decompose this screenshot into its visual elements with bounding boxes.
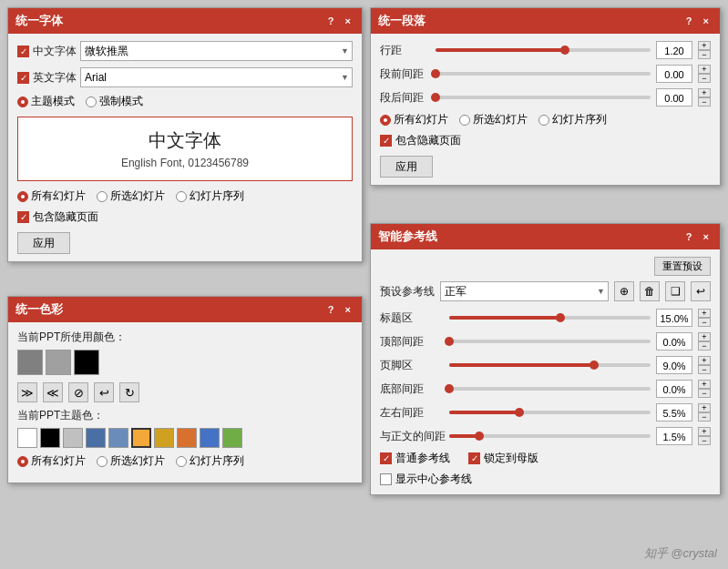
text-margin-minus[interactable]: − [698,436,711,445]
para-apply-button[interactable]: 应用 [380,156,433,178]
font-radio-all[interactable]: 所有幻灯片 [17,188,86,204]
color-action-clear[interactable]: ⊘ [68,382,88,402]
guidelines-dialog-help[interactable]: ? [682,230,696,243]
theme-mode-radio[interactable]: 主题模式 [17,94,75,109]
color-action-undo[interactable]: ↩ [94,382,114,402]
color-swatch-black[interactable] [74,350,99,375]
guideline-copy-btn[interactable]: ❑ [665,281,685,301]
line-spacing-plus[interactable]: + [698,41,711,50]
chinese-font-row: ✓ 中文字体 微软推黑 [17,41,353,61]
lr-margin-track[interactable] [449,411,651,414]
color-radio-selected[interactable]: 所选幻灯片 [97,453,165,469]
footer-area-minus[interactable]: − [698,365,711,374]
reset-preset-button[interactable]: 重置预设 [654,257,711,276]
theme-color-green[interactable] [222,428,242,448]
theme-color-gold[interactable] [154,428,174,448]
after-para-track[interactable] [436,96,651,99]
line-spacing-minus[interactable]: − [698,50,711,59]
text-margin-row: 与正文的间距 1.5% + − [380,427,711,445]
after-para-plus[interactable]: + [698,88,711,97]
theme-color-white[interactable] [17,428,37,448]
font-dialog-help[interactable]: ? [324,15,338,27]
paragraph-dialog-help[interactable]: ? [682,15,696,27]
theme-color-blue[interactable] [86,428,106,448]
color-action-redo[interactable]: ↻ [119,382,139,402]
guideline-undo-btn[interactable]: ↩ [691,281,711,301]
font-radio-selected[interactable]: 所选幻灯片 [97,188,165,204]
lr-margin-value[interactable]: 5.5% [656,403,692,422]
theme-color-black[interactable] [40,428,60,448]
title-area-plus[interactable]: + [698,309,711,318]
footer-area-track[interactable] [449,363,651,367]
lr-margin-fill [449,411,519,414]
color-swatch-lightgray[interactable] [46,350,71,375]
font-radio-sequence[interactable]: 幻灯片序列 [176,188,244,204]
lr-margin-thumb [515,408,524,417]
bottom-margin-track[interactable] [449,387,651,391]
color-swatch-gray[interactable] [17,350,43,375]
para-include-hidden[interactable]: ✓ 包含隐藏页面 [380,133,461,148]
font-apply-button[interactable]: 应用 [17,232,70,254]
english-font-checkbox[interactable]: ✓ [17,72,29,84]
top-margin-track[interactable] [449,340,651,343]
bottom-margin-plus[interactable]: + [698,380,711,389]
title-area-track[interactable] [449,316,651,320]
before-para-track[interactable] [436,72,651,76]
theme-color-orange2[interactable] [177,428,197,448]
after-para-minus[interactable]: − [698,97,711,107]
color-action-down[interactable]: ≫ [17,382,37,402]
top-margin-plus[interactable]: + [698,332,711,341]
force-mode-radio[interactable]: 强制模式 [86,94,143,109]
show-center-checkbox[interactable]: 显示中心参考线 [380,472,711,487]
theme-color-blue2[interactable] [200,428,220,448]
font-dialog-header: 统一字体 ? × [8,8,362,34]
footer-area-value[interactable]: 9.0% [656,356,692,374]
theme-color-orange[interactable] [131,428,151,448]
text-margin-track[interactable] [449,434,651,438]
text-margin-plus[interactable]: + [698,427,711,436]
text-margin-value[interactable]: 1.5% [656,427,692,445]
common-guide-checkbox[interactable]: ✓ 普通参考线 [380,451,450,466]
chinese-font-select[interactable]: 微软推黑 [80,41,353,61]
english-font-label: 英文字体 [33,70,77,86]
color-radio-all[interactable]: 所有幻灯片 [17,453,86,469]
theme-color-silver[interactable] [63,428,83,448]
before-para-value[interactable]: 0.00 [656,65,692,83]
lr-margin-plus[interactable]: + [698,403,711,412]
color-action-up[interactable]: ≪ [43,382,63,402]
line-spacing-fill [436,48,565,52]
footer-area-plus[interactable]: + [698,356,711,365]
before-para-plus[interactable]: + [698,65,711,74]
preset-select[interactable]: 正军 [440,281,609,301]
top-margin-value[interactable]: 0.0% [656,332,692,351]
chinese-font-checkbox[interactable]: ✓ [17,46,29,57]
font-include-hidden[interactable]: ✓ 包含隐藏页面 [17,209,98,225]
guideline-add-btn[interactable]: ⊕ [614,281,634,301]
line-spacing-value[interactable]: 1.20 [656,41,692,59]
theme-color-steel[interactable] [108,428,128,448]
guideline-delete-btn[interactable]: 🗑 [640,281,660,301]
english-font-select[interactable]: Arial [80,67,353,87]
para-radio-selected[interactable]: 所选幻灯片 [459,112,528,127]
lock-to-master-checkbox[interactable]: ✓ 锁定到母版 [468,451,538,466]
color-dialog-actions: ? × [324,303,354,316]
title-area-value[interactable]: 15.0% [656,309,692,327]
para-radio-sequence[interactable]: 幻灯片序列 [538,112,607,127]
line-spacing-track[interactable] [436,48,651,52]
font-dialog-close[interactable]: × [342,15,354,27]
bottom-margin-minus[interactable]: − [698,389,711,398]
after-para-plus-minus: + − [698,88,711,107]
bottom-margin-value[interactable]: 0.0% [656,380,692,398]
guidelines-dialog-close[interactable]: × [700,230,713,243]
top-margin-minus[interactable]: − [698,341,711,351]
lr-margin-minus[interactable]: − [698,412,711,422]
line-spacing-plus-minus: + − [698,41,711,59]
color-dialog-close[interactable]: × [342,303,354,316]
paragraph-dialog-close[interactable]: × [700,15,713,27]
title-area-minus[interactable]: − [698,318,711,327]
color-radio-sequence[interactable]: 幻灯片序列 [176,453,244,469]
para-radio-all[interactable]: 所有幻灯片 [380,112,448,127]
color-dialog-help[interactable]: ? [324,303,338,316]
before-para-minus[interactable]: − [698,74,711,83]
after-para-value[interactable]: 0.00 [656,88,692,107]
